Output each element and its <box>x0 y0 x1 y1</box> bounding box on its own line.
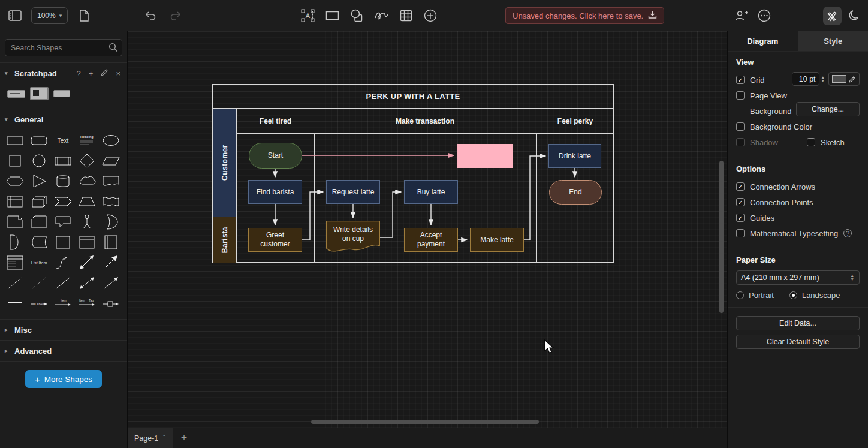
insert-shape-icon[interactable] <box>349 8 364 23</box>
node-end[interactable]: End <box>549 180 602 205</box>
zoom-dropdown[interactable]: 100% ▾ <box>31 7 68 24</box>
option-checkbox[interactable] <box>736 198 745 206</box>
shape-actor[interactable] <box>76 212 98 231</box>
advanced-header[interactable]: ▸ Advanced <box>0 341 127 361</box>
shape-link[interactable] <box>4 294 26 313</box>
shape-cloud[interactable] <box>76 172 98 191</box>
general-header[interactable]: ▾ General <box>0 109 127 130</box>
shape-circle[interactable] <box>28 151 50 170</box>
redo-icon[interactable] <box>168 8 183 23</box>
search-input[interactable] <box>5 39 122 56</box>
node-drink-latte[interactable]: Drink latte <box>548 144 601 168</box>
shape-line[interactable] <box>52 273 74 293</box>
shape-container[interactable] <box>52 233 74 252</box>
node-find-barista[interactable]: Find barista <box>248 180 302 204</box>
landscape-radio[interactable] <box>789 291 797 299</box>
shape-callout[interactable] <box>52 212 74 231</box>
shape-and[interactable] <box>4 233 26 252</box>
node-request-latte[interactable]: Request latte <box>326 180 380 204</box>
option-checkbox[interactable] <box>736 214 745 222</box>
misc-header[interactable]: ▸ Misc <box>0 320 127 340</box>
page-icon[interactable] <box>76 8 92 23</box>
shape-curve[interactable] <box>52 253 74 272</box>
portrait-radio[interactable] <box>736 291 744 299</box>
shape-diamond[interactable] <box>76 151 98 170</box>
shape-text[interactable]: Text <box>52 131 74 150</box>
node-greet-customer[interactable]: Greet customer <box>248 228 302 252</box>
shape-arrow[interactable] <box>100 253 122 272</box>
shape-parallelogram[interactable] <box>100 151 122 170</box>
node-make-latte[interactable]: Make latte <box>470 228 524 252</box>
shape-container-title[interactable] <box>76 233 98 252</box>
shape-step[interactable] <box>52 192 74 211</box>
shape-square[interactable] <box>4 151 26 170</box>
tab-style[interactable]: Style <box>798 31 868 51</box>
scratchpad-add-icon[interactable]: + <box>87 69 95 78</box>
option-checkbox[interactable] <box>736 182 745 191</box>
diagram-canvas[interactable]: PERK UP WITH A LATTE Customer Barista Fe… <box>128 31 727 428</box>
background-color-checkbox[interactable] <box>736 122 745 131</box>
shape-rectangle[interactable] <box>4 131 26 150</box>
tab-diagram[interactable]: Diagram <box>728 31 798 51</box>
share-icon[interactable] <box>734 8 749 23</box>
shape-dashed-line[interactable] <box>4 273 26 293</box>
shape-annotation-edge[interactable]: ItemTag <box>76 294 98 313</box>
dark-mode-icon[interactable] <box>846 8 862 23</box>
shadow-checkbox[interactable] <box>736 138 745 146</box>
background-change-button[interactable]: Change... <box>796 102 860 116</box>
shape-list-item[interactable]: List Item <box>28 253 50 272</box>
shape-trapezoid[interactable] <box>76 192 98 211</box>
shape-or[interactable] <box>100 212 122 231</box>
scratchpad-item[interactable] <box>53 90 70 97</box>
node-pink-box[interactable] <box>457 144 513 168</box>
shape-link-edge[interactable]: Item <box>52 294 74 313</box>
help-icon[interactable]: ? <box>843 229 852 237</box>
unsaved-changes-button[interactable]: Unsaved changes. Click here to save. <box>505 7 664 24</box>
shape-card[interactable] <box>28 212 50 231</box>
undo-icon[interactable] <box>143 8 158 23</box>
scratchpad-header[interactable]: ▾ Scratchpad ? + × <box>0 63 127 83</box>
shape-note[interactable] <box>4 212 26 231</box>
scratchpad-item[interactable] <box>7 90 25 98</box>
shape-triangle[interactable] <box>28 172 50 191</box>
shape-internal-storage[interactable] <box>4 192 26 211</box>
scratchpad-item[interactable] <box>30 87 49 100</box>
shape-cube[interactable] <box>28 192 50 211</box>
shape-list[interactable] <box>4 253 26 272</box>
shape-vertical-container[interactable] <box>100 233 122 252</box>
scratchpad-help-icon[interactable]: ? <box>75 69 83 78</box>
grid-size-stepper[interactable]: ▲▼ <box>821 76 825 83</box>
node-write-details[interactable]: Write details on cup <box>326 221 380 254</box>
option-checkbox[interactable] <box>736 229 745 237</box>
grid-size-input[interactable] <box>792 72 819 86</box>
grid-checkbox[interactable] <box>736 76 745 84</box>
toggle-format-panel-icon[interactable] <box>7 8 23 23</box>
edit-data-button[interactable]: Edit Data... <box>736 316 860 330</box>
shape-directional-connector[interactable] <box>100 273 122 293</box>
shape-data-storage[interactable] <box>28 233 50 252</box>
shape-heading[interactable]: Heading <box>76 131 98 150</box>
insert-table-icon[interactable] <box>398 8 414 23</box>
more-options-icon[interactable] <box>757 8 772 23</box>
sketch-checkbox[interactable] <box>807 138 815 146</box>
shape-tape[interactable] <box>100 192 122 211</box>
page-view-checkbox[interactable] <box>736 91 745 100</box>
scratchpad-edit-icon[interactable] <box>99 69 110 78</box>
horizontal-scrollbar[interactable] <box>311 420 539 424</box>
shape-bidirectional-connector[interactable] <box>76 273 98 293</box>
grid-color-button[interactable] <box>828 72 860 86</box>
node-accept-payment[interactable]: Accept payment <box>404 228 458 252</box>
sketch-theme-icon[interactable] <box>823 7 842 25</box>
scratchpad-close-icon[interactable]: × <box>114 69 122 78</box>
shape-connector-symbol[interactable] <box>100 294 122 313</box>
shape-document[interactable] <box>100 172 122 191</box>
shape-label-arrow[interactable]: Label <box>28 294 50 313</box>
insert-text-icon[interactable]: A <box>300 8 315 23</box>
clear-default-style-button[interactable]: Clear Default Style <box>736 335 860 349</box>
page-tab[interactable]: Page-1 ˆ <box>128 428 173 448</box>
more-shapes-button[interactable]: + More Shapes <box>25 370 102 388</box>
node-buy-latte[interactable]: Buy latte <box>404 180 458 204</box>
shape-bidirectional-arrow[interactable] <box>76 253 98 272</box>
insert-rectangle-icon[interactable] <box>324 8 340 23</box>
shape-process[interactable] <box>52 151 74 170</box>
